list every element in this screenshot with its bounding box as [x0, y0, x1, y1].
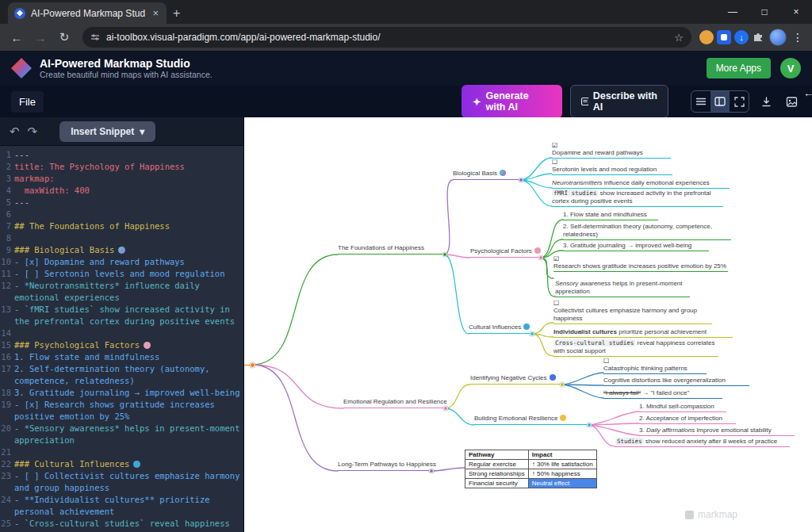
editor-line[interactable] [14, 446, 243, 458]
node-circle[interactable] [587, 423, 592, 427]
editor-line[interactable]: markmap: [14, 173, 243, 185]
map-node-building[interactable]: Building Emotional Resilience [474, 415, 588, 425]
chevron-down-icon: ▾ [140, 126, 144, 137]
editor-line[interactable]: - **Individualist cultures** prioritize … [14, 494, 243, 518]
redo-icon[interactable]: ↷ [28, 124, 38, 139]
node-circle[interactable] [538, 255, 543, 260]
editor-line[interactable]: title: The Psychology of Happiness [14, 161, 243, 173]
editor-line[interactable]: ### Psychological Factors [14, 339, 243, 351]
editor-line[interactable]: maxWidth: 400 [14, 185, 243, 197]
tab-title: AI-Powered Markmap Studio [31, 8, 145, 19]
map-node-emotional[interactable]: Emotional Regulation and Resilience [343, 398, 445, 408]
tab-close-icon[interactable]: × [151, 7, 160, 19]
undo-icon[interactable]: ↶ [10, 124, 20, 139]
forward-icon[interactable]: → [30, 31, 51, 44]
editor-line[interactable]: - [x] Research shows gratitude increases… [14, 399, 243, 423]
reload-icon[interactable]: ↻ [54, 30, 75, 44]
extensions-puzzle-icon[interactable] [752, 30, 766, 44]
mindmap-canvas[interactable]: The Foundations of Happiness Emotional R… [244, 117, 812, 532]
editor-line[interactable] [14, 232, 243, 244]
map-link [445, 408, 474, 425]
editor-line[interactable] [14, 327, 243, 339]
map-link [540, 258, 553, 278]
extension-icon[interactable]: ↓ [734, 30, 749, 44]
extension-icon[interactable] [699, 30, 714, 44]
collapse-arrow-icon[interactable]: ← [803, 87, 812, 99]
new-tab-button[interactable]: + [173, 6, 180, 21]
address-bar[interactable]: ai-toolbox.visual-paradigm.com/app/ai-po… [82, 27, 691, 48]
node-circle[interactable] [442, 252, 447, 257]
dna-emoji-icon [118, 247, 125, 254]
bookmark-star-icon[interactable]: ☆ [674, 32, 684, 44]
map-link [444, 180, 453, 255]
site-settings-icon[interactable] [90, 33, 100, 42]
map-node-cultural[interactable]: Cultural Influences [469, 323, 531, 334]
generate-with-ai-button[interactable]: ✦ Generate with AI [462, 85, 562, 118]
map-node-biological[interactable]: Biological Basis [453, 170, 520, 180]
brain-emoji-icon [144, 342, 151, 349]
map-node-identifying[interactable]: Identifying Negative Cycles [470, 374, 561, 385]
download-button[interactable] [757, 91, 775, 112]
back-icon[interactable]: ← [6, 31, 27, 44]
map-link [431, 468, 465, 471]
editor-line[interactable]: ### Cultural Influences [14, 458, 243, 470]
fullscreen-view-button[interactable] [730, 91, 749, 112]
browser-menu-icon[interactable]: ⋮ [790, 31, 806, 44]
map-link [520, 180, 552, 188]
editor-line[interactable] [14, 209, 243, 220]
editor-line[interactable]: - [x] Dopamine and reward pathways [14, 256, 243, 268]
editor-line[interactable]: - `Cross-cultural studies` reveal happin… [14, 518, 243, 530]
window-controls: — □ × [717, 0, 812, 24]
map-link [520, 158, 552, 180]
map-node-foundations[interactable]: The Foundations of Happiness [338, 244, 444, 255]
url-text[interactable]: ai-toolbox.visual-paradigm.com/app/ai-po… [106, 32, 668, 43]
maximize-button[interactable]: □ [749, 6, 780, 17]
map-node-longterm[interactable]: Long-Term Pathways to Happiness [338, 461, 431, 471]
map-leaf: Research shows gratitude increases posit… [553, 255, 728, 272]
browser-navbar: ← → ↻ ai-toolbox.visual-paradigm.com/app… [0, 24, 812, 51]
insert-snippet-button[interactable]: Insert Snippet ▾ [59, 121, 155, 142]
page-subtitle: Create beautiful mind maps with AI assis… [40, 70, 213, 79]
editor-line[interactable]: - `fMRI studies` show increased activity… [14, 304, 243, 327]
map-leaf: 3. Daily affirmations improve emotional … [639, 427, 795, 436]
editor-line[interactable]: - *Neurotransmitters* influence daily em… [14, 280, 243, 304]
map-link [588, 425, 615, 446]
describe-with-ai-button[interactable]: Describe with AI [570, 85, 669, 118]
editor-line[interactable]: 1. Flow state and mindfulness [14, 351, 243, 363]
table-row: Strong relationships ↑ 50% happiness [465, 469, 597, 479]
map-link [445, 385, 470, 408]
profile-avatar[interactable] [769, 29, 787, 46]
node-circle[interactable] [519, 178, 523, 182]
map-node-psychological[interactable]: Psychological Factors [470, 247, 540, 258]
browser-tab[interactable]: AI-Powered Markmap Studio × [8, 2, 167, 24]
editor-line[interactable]: --- [14, 149, 243, 161]
editor-only-view-button[interactable] [691, 91, 710, 112]
split-view-button[interactable] [710, 91, 730, 112]
more-apps-button[interactable]: More Apps [707, 58, 771, 78]
editor-line[interactable]: ### Biological Basis [14, 244, 243, 256]
editor-line[interactable]: - *Sensory awareness* helps in present-m… [14, 423, 243, 446]
node-circle[interactable] [560, 382, 565, 387]
map-link [252, 255, 338, 365]
map-link [588, 411, 639, 425]
editor-line[interactable]: --- [14, 197, 243, 209]
map-link [561, 373, 603, 385]
code-editor[interactable]: 1--- 2title: The Psychology of Happiness… [0, 146, 243, 532]
export-image-button[interactable] [783, 91, 801, 112]
close-button[interactable]: × [780, 6, 812, 17]
editor-line[interactable]: - [ ] Collectivist cultures emphasize ha… [14, 470, 243, 494]
editor-line[interactable]: ## The Foundations of Happiness [14, 220, 243, 232]
minimize-button[interactable]: — [717, 6, 749, 17]
node-circle[interactable] [530, 331, 534, 336]
editor-line[interactable]: 3. Gratitude journaling → improved well-… [14, 387, 243, 399]
editor-line[interactable]: 2. Self-determination theory (autonomy, … [14, 363, 243, 387]
editor-line[interactable]: - [ ] Serotonin levels and mood regulati… [14, 268, 243, 280]
root-node-circle[interactable] [250, 362, 255, 368]
fullscreen-icon [734, 97, 745, 107]
user-avatar[interactable]: V [780, 58, 801, 78]
map-leaf: 3. Gratitude journaling → improved well-… [563, 242, 709, 251]
file-menu-button[interactable]: File [11, 91, 44, 113]
node-circle[interactable] [429, 469, 434, 473]
extension-icon[interactable] [717, 30, 731, 44]
node-circle[interactable] [443, 406, 448, 411]
